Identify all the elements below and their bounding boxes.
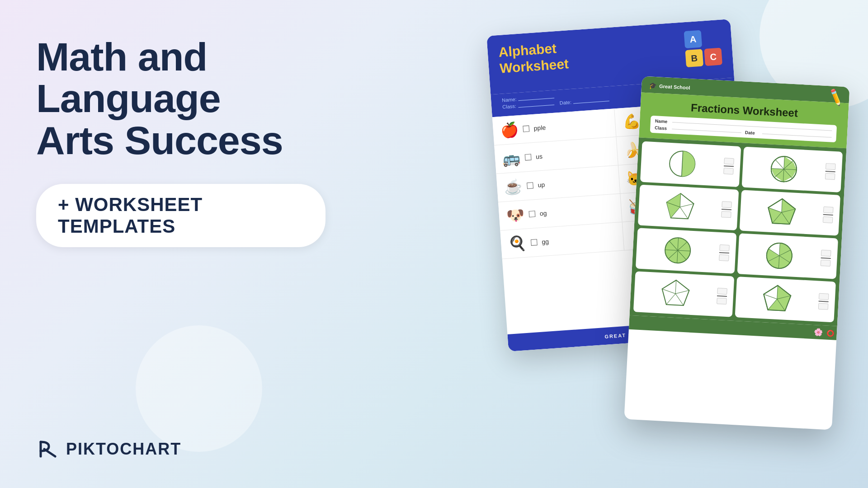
class-field [672,128,741,133]
badge-text: + WORKSHEET TEMPLATES [58,194,304,237]
abc-block-a: A [684,30,703,49]
great-school-badge: 🎓 Great School [649,82,690,91]
class-label: Class [655,125,669,131]
main-heading: Math and Language Arts Success [36,36,326,161]
circle-doodle: ⭕ [826,329,835,337]
fraction-answer-3 [719,201,734,218]
fraction-answer-7 [715,288,729,305]
worksheets-area: Alphabet Worksheet A B C Name: Class: Da… [497,27,841,443]
fraction-svg-1 [645,146,719,181]
bg-decoration-circle-bottom [136,325,262,452]
fraction-cell-2 [742,146,843,192]
school-icon: 🎓 [649,82,657,89]
abc-block-b: B [685,49,704,67]
fraction-answer-4 [821,206,835,223]
fraction-cell-8 [735,277,836,322]
abc-blocks: A B C [684,29,722,67]
fraction-cell-5 [636,228,736,273]
fraction-svg-3 [642,189,717,225]
fraction-svg-7 [638,276,712,311]
fraction-svg-5 [640,233,714,268]
fraction-cell-3 [638,185,739,230]
fraction-cell-7 [633,271,734,317]
fraction-answer-6 [819,250,833,267]
fraction-svg-8 [740,282,814,317]
school-name: Great School [659,84,690,91]
abc-block-c: C [704,48,722,66]
logo-text: PIKTOCHART [66,440,181,459]
fraction-cell-6 [737,233,838,279]
fraction-answer-2 [823,163,838,180]
fraction-cell-1 [640,141,741,187]
left-content-area: Math and Language Arts Success + WORKSHE… [36,36,326,247]
fraction-answer-8 [816,293,831,310]
piktochart-logo: PIKTOCHART [36,437,181,461]
fraction-cell-4 [740,190,840,235]
date-field [762,133,832,138]
fraction-svg-4 [744,195,818,230]
fraction-answer-5 [717,244,731,261]
fraction-svg-6 [742,238,816,273]
worksheet-badge: + WORKSHEET TEMPLATES [36,184,326,247]
alphabet-title: Alphabet Worksheet [498,39,569,76]
date-label: Date [745,130,759,136]
fraction-svg-2 [746,151,821,187]
fraction-answer-1 [722,158,736,174]
name-label: Name [655,118,669,124]
fractions-worksheet: 🎓 Great School ✏️ Fractions Worksheet Na… [624,76,849,430]
flower-doodle: 🌸 [814,328,823,337]
fractions-body [629,137,846,326]
piktochart-icon [36,437,60,461]
